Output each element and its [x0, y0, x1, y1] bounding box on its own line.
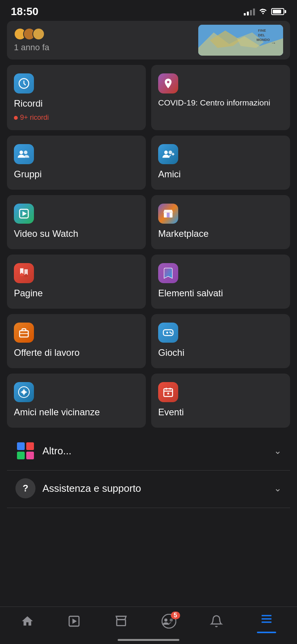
- eventi-label: Eventi: [158, 407, 283, 418]
- marketplace-label: Marketplace: [158, 228, 283, 239]
- games-icon-bg: [158, 323, 178, 343]
- nav-watch[interactable]: [68, 615, 81, 631]
- altro-dot-3: [17, 452, 25, 459]
- altro-chevron: ⌄: [274, 445, 282, 456]
- nearby-icon-bg: [14, 382, 34, 402]
- nav-notifications[interactable]: [210, 615, 223, 631]
- svg-point-35: [25, 391, 27, 393]
- top-card-image: FINE DEL MONDO →: [198, 25, 283, 56]
- grid-item-ricordi[interactable]: Ricordi 9+ ricordi: [7, 65, 146, 130]
- grid-item-nearby[interactable]: Amici nelle vicinanze: [7, 374, 146, 428]
- svg-text:MONDO: MONDO: [256, 38, 270, 42]
- watch-label: Video su Watch: [14, 228, 139, 239]
- svg-point-10: [24, 151, 27, 154]
- svg-rect-18: [167, 213, 170, 218]
- altro-label: Altro...: [42, 445, 267, 457]
- svg-text:→: →: [271, 40, 276, 46]
- top-card[interactable]: 1 anno fa FINE DEL MONDO →: [7, 21, 290, 59]
- amici-label: Amici: [158, 169, 283, 180]
- grid-item-marketplace[interactable]: Marketplace: [151, 195, 290, 249]
- altro-row[interactable]: Altro... ⌄: [7, 433, 290, 469]
- saved-icon-bg: [158, 263, 178, 283]
- covid-label: COVID-19: Centro informazioni: [158, 98, 283, 107]
- bell-icon: [210, 615, 223, 631]
- nav-groups[interactable]: 5: [162, 614, 176, 632]
- time-ago-label: 1 anno fa: [14, 42, 49, 53]
- home-indicator: [118, 639, 179, 641]
- nav-home[interactable]: [21, 615, 34, 631]
- grid-item-pagine[interactable]: Pagine: [7, 255, 146, 309]
- svg-point-28: [169, 331, 171, 333]
- pagine-label: Pagine: [14, 288, 139, 299]
- bottom-nav: 5: [0, 607, 297, 644]
- play-icon: [68, 615, 81, 631]
- svg-point-33: [23, 394, 25, 395]
- altro-dot-1: [17, 442, 25, 450]
- grid-item-games[interactable]: Giochi: [151, 314, 290, 368]
- marketplace-icon-bg: [158, 204, 178, 224]
- avatar-row: [14, 28, 49, 40]
- svg-point-34: [21, 391, 22, 393]
- svg-text:DEL: DEL: [258, 33, 265, 37]
- gruppi-icon-bg: [14, 144, 34, 164]
- jobs-label: Offerte di lavoro: [14, 347, 139, 358]
- groups-badge: 5: [171, 612, 180, 619]
- signal-icon: [244, 8, 255, 15]
- feature-grid: Ricordi 9+ ricordi COVID-19: Centro info…: [0, 65, 297, 428]
- avatar-3: [32, 28, 45, 40]
- memories-label: Ricordi: [14, 98, 139, 109]
- altro-grid-icon: [17, 442, 34, 459]
- nav-menu[interactable]: [257, 612, 276, 633]
- covid-icon-bg: [158, 73, 178, 93]
- svg-text:FINE: FINE: [258, 29, 266, 32]
- grid-item-jobs[interactable]: Offerte di lavoro: [7, 314, 146, 368]
- altro-dot-4: [26, 452, 34, 459]
- support-chevron: ⌄: [274, 483, 282, 494]
- gruppi-label: Gruppi: [14, 169, 139, 180]
- svg-point-32: [23, 389, 25, 391]
- altro-dot-2: [26, 442, 34, 450]
- svg-point-46: [170, 619, 173, 622]
- jobs-icon-bg: [14, 323, 34, 343]
- grid-item-watch[interactable]: Video su Watch: [7, 195, 146, 249]
- support-row[interactable]: ? Assistenza e supporto ⌄: [7, 471, 290, 506]
- watch-icon-bg: [14, 204, 34, 224]
- svg-point-31: [22, 390, 26, 394]
- support-label: Assistenza e supporto: [42, 483, 267, 494]
- grid-item-saved[interactable]: Elementi salvati: [151, 255, 290, 309]
- red-dot: [14, 116, 18, 120]
- grid-item-gruppi[interactable]: Gruppi: [7, 136, 146, 190]
- nearby-label: Amici nelle vicinanze: [14, 407, 139, 418]
- top-card-left: 1 anno fa: [14, 28, 49, 53]
- saved-label: Elementi salvati: [158, 288, 283, 299]
- grid-item-eventi[interactable]: Eventi: [151, 374, 290, 428]
- svg-point-29: [170, 332, 172, 334]
- status-time: 18:50: [11, 5, 39, 18]
- store-icon: [115, 615, 128, 631]
- svg-point-45: [164, 619, 167, 622]
- grid-item-amici[interactable]: Amici: [151, 136, 290, 190]
- eventi-icon-bg: [158, 382, 178, 402]
- amici-icon-bg: [158, 144, 178, 164]
- support-icon: ?: [15, 478, 35, 498]
- nav-marketplace[interactable]: [115, 615, 128, 631]
- svg-point-9: [20, 151, 23, 154]
- svg-marker-16: [22, 211, 27, 216]
- menu-active-bar: [257, 632, 276, 633]
- svg-marker-40: [167, 392, 170, 395]
- pagine-icon-bg: [14, 263, 34, 283]
- status-icons: [244, 7, 286, 16]
- wifi-icon: [259, 7, 267, 16]
- svg-point-11: [164, 151, 168, 154]
- svg-rect-43: [117, 620, 126, 626]
- altro-icon: [15, 441, 35, 461]
- svg-marker-42: [73, 619, 77, 624]
- memories-sublabel: 9+ ricordi: [14, 114, 139, 122]
- grid-item-covid[interactable]: COVID-19: Centro informazioni: [151, 65, 290, 130]
- menu-icon: [260, 612, 273, 629]
- status-bar: 18:50: [0, 0, 297, 21]
- home-icon: [21, 615, 34, 631]
- svg-point-12: [169, 151, 172, 154]
- games-label: Giochi: [158, 347, 283, 358]
- memories-icon-bg: [14, 73, 34, 93]
